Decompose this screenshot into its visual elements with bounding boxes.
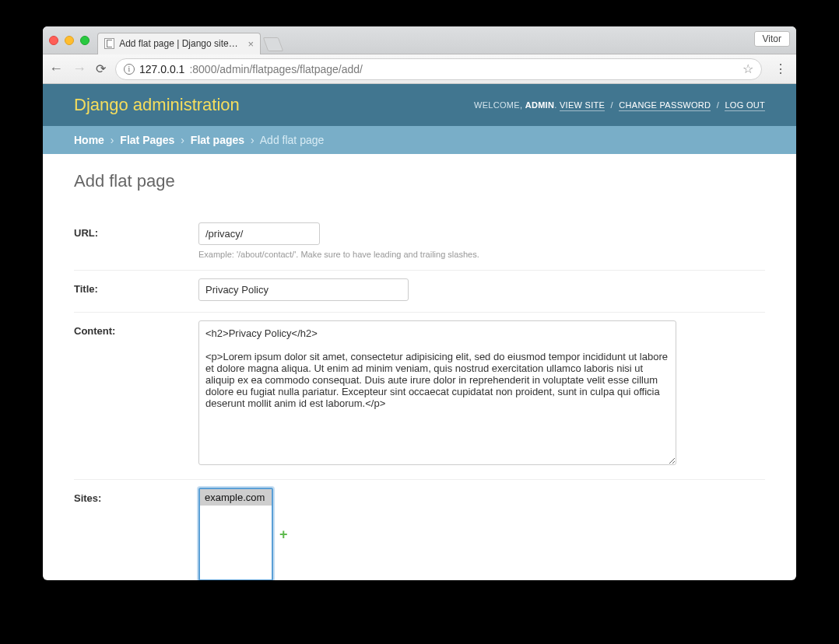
site-title: Django administration <box>74 95 240 115</box>
back-button[interactable]: ← <box>49 61 63 77</box>
close-tab-icon[interactable]: × <box>247 38 254 50</box>
browser-window: Add flat page | Django site adm × Vitor … <box>43 26 796 580</box>
forward-button[interactable]: → <box>72 61 86 77</box>
url-input[interactable] <box>198 222 320 245</box>
close-window-button[interactable] <box>49 36 58 45</box>
maximize-window-button[interactable] <box>80 36 90 45</box>
browser-toolbar: ← → ⟳ i 127.0.0.1:8000/admin/flatpages/f… <box>43 54 796 84</box>
url-label: URL: <box>74 222 198 239</box>
breadcrumb-current: Add flat page <box>260 134 325 146</box>
content-textarea[interactable] <box>198 320 676 465</box>
page-content: Django administration WELCOME, ADMIN. VI… <box>43 84 796 580</box>
minimize-window-button[interactable] <box>65 36 74 45</box>
change-password-link[interactable]: CHANGE PASSWORD <box>619 100 711 111</box>
logout-link[interactable]: LOG OUT <box>725 100 765 111</box>
welcome-text: WELCOME, <box>474 100 525 110</box>
url-host: 127.0.0.1 <box>139 63 184 75</box>
sites-select[interactable]: example.com <box>198 488 273 580</box>
browser-tab[interactable]: Add flat page | Django site adm × <box>97 33 261 54</box>
browser-menu-icon[interactable]: ⋮ <box>771 61 790 76</box>
site-info-icon[interactable]: i <box>124 64 135 75</box>
sites-option[interactable]: example.com <box>200 489 272 506</box>
breadcrumb: Home › Flat Pages › Flat pages › Add fla… <box>43 126 796 154</box>
url-help-text: Example: '/about/contact/'. Make sure to… <box>198 250 765 259</box>
form-row-title: Title: <box>74 271 765 313</box>
bookmark-star-icon[interactable]: ☆ <box>742 61 753 76</box>
breadcrumb-app[interactable]: Flat Pages <box>120 134 174 146</box>
breadcrumb-model[interactable]: Flat pages <box>191 134 244 146</box>
admin-header: Django administration WELCOME, ADMIN. VI… <box>43 84 796 126</box>
reload-button[interactable]: ⟳ <box>96 61 106 76</box>
tab-title: Add flat page | Django site adm <box>119 38 240 49</box>
user-tools: WELCOME, ADMIN. VIEW SITE / CHANGE PASSW… <box>474 100 765 110</box>
title-label: Title: <box>74 278 198 295</box>
form-row-url: URL: Example: '/about/contact/'. Make su… <box>74 215 765 271</box>
window-controls <box>49 36 90 45</box>
breadcrumb-home[interactable]: Home <box>74 134 104 146</box>
url-path: :8000/admin/flatpages/flatpage/add/ <box>189 63 363 75</box>
view-site-link[interactable]: VIEW SITE <box>560 100 605 111</box>
new-tab-button[interactable] <box>263 37 284 51</box>
sites-label: Sites: <box>74 488 198 504</box>
content-label: Content: <box>74 320 198 337</box>
page-favicon-icon <box>104 38 114 49</box>
browser-tab-bar: Add flat page | Django site adm × Vitor <box>43 26 796 54</box>
address-bar[interactable]: i 127.0.0.1:8000/admin/flatpages/flatpag… <box>115 58 762 80</box>
title-input[interactable] <box>198 278 409 301</box>
form-row-content: Content: <box>74 313 765 480</box>
username: ADMIN <box>525 100 555 110</box>
content-main: Add flat page URL: Example: '/about/cont… <box>43 154 796 580</box>
form-row-sites: Sites: example.com + <box>74 480 765 580</box>
profile-badge[interactable]: Vitor <box>754 31 790 47</box>
page-title: Add flat page <box>74 171 765 191</box>
add-site-icon[interactable]: + <box>279 527 288 543</box>
